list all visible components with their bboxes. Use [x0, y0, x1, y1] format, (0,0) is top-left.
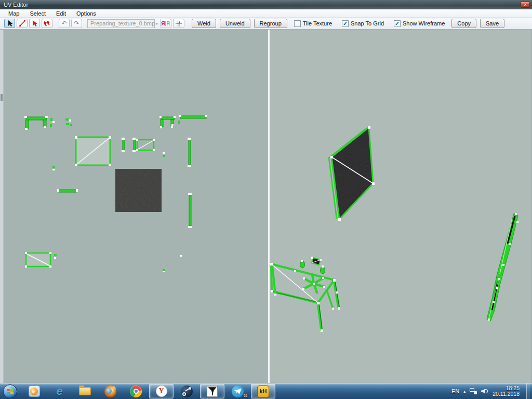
- telegram-badge: 55: [243, 394, 248, 398]
- vertex-tool-icon: [19, 20, 26, 27]
- yandex-browser-icon: Y: [156, 385, 167, 397]
- tool-multi-select-button[interactable]: [42, 19, 52, 28]
- menu-item-edit[interactable]: Edit: [51, 10, 71, 17]
- texture-dropdown-value: Preparing_texture_0.bmp: [90, 20, 155, 26]
- mesh-panel-quad[interactable]: [327, 126, 377, 222]
- checkbox-show-wireframe[interactable]: ✓ Show Wireframe: [394, 20, 445, 27]
- uv-island-bar-long[interactable]: [179, 115, 207, 118]
- system-tray: EN ▴ 18:25 20.11.2018: [451, 383, 532, 399]
- main-area: [0, 30, 532, 383]
- windows-flag-icon: [7, 388, 14, 394]
- uv-island-bracket[interactable]: [159, 116, 180, 128]
- tray-clock[interactable]: 18:25 20.11.2018: [493, 385, 520, 397]
- uv-canvas[interactable]: [24, 115, 207, 272]
- cursor-icon: [6, 20, 14, 27]
- play-icon: ▶: [33, 390, 35, 393]
- firefox-icon: [104, 385, 116, 397]
- menu-item-select[interactable]: Select: [24, 10, 51, 17]
- tool-vertex-button[interactable]: [17, 19, 28, 28]
- show-desktop-button[interactable]: [526, 383, 530, 399]
- taskbar-item-internet-explorer[interactable]: e: [47, 384, 72, 398]
- close-icon: ✕: [524, 3, 527, 7]
- mesh-table[interactable]: [270, 257, 340, 332]
- taskbar-item-media-player[interactable]: ▶: [22, 384, 46, 398]
- uv-island-dots[interactable]: [163, 255, 182, 272]
- network-icon[interactable]: [470, 388, 477, 394]
- taskbar-item-telegram[interactable]: 55: [225, 384, 250, 398]
- chevron-down-icon: ▼: [155, 22, 158, 25]
- undo-icon: ↶: [61, 20, 66, 26]
- window-title: UV Editor: [4, 2, 28, 8]
- toolbar: ↶ ↷ Preparing_texture_0.bmp ▼ Я R R R We…: [0, 18, 532, 30]
- uv-island-small-rect[interactable]: [136, 139, 155, 151]
- tray-date: 20.11.2018: [493, 391, 520, 397]
- checkbox-tile-texture[interactable]: ✓ Tile Texture: [294, 20, 332, 27]
- menu-item-map[interactable]: Map: [3, 10, 24, 17]
- checkbox-box[interactable]: ✓: [394, 20, 401, 27]
- check-icon: ✓: [395, 21, 400, 26]
- save-button[interactable]: Save: [480, 19, 504, 28]
- mirror-vertical-button[interactable]: R R: [173, 19, 184, 28]
- undo-button[interactable]: ↶: [59, 19, 70, 28]
- uv-island-big-rect[interactable]: [75, 136, 111, 166]
- mirror-h-axis: [165, 21, 166, 26]
- uv-island-vbars[interactable]: [122, 138, 136, 152]
- viewport-3d[interactable]: [270, 126, 518, 332]
- redo-icon: ↷: [74, 20, 79, 26]
- checkbox-box[interactable]: ✓: [342, 20, 349, 27]
- internet-explorer-icon: e: [56, 385, 62, 397]
- checkbox-snap-to-grid[interactable]: ✓ Snap To Grid: [342, 20, 384, 27]
- taskbar-item-firefox[interactable]: [98, 384, 123, 398]
- taskbar-item-khed[interactable]: kH: [251, 384, 275, 398]
- taskbar-item-chrome[interactable]: [124, 384, 148, 398]
- khed-icon: kH: [257, 385, 269, 397]
- uv-island-bottom-rect[interactable]: [25, 252, 57, 268]
- taskbar: ▶ e Y: [0, 383, 532, 399]
- copy-button[interactable]: Copy: [451, 19, 476, 28]
- double-arrow-icon: [43, 20, 51, 27]
- uv-island-small-cluster[interactable]: [50, 118, 72, 127]
- menu-item-options[interactable]: Options: [71, 10, 101, 17]
- checkbox-label: Tile Texture: [303, 20, 332, 26]
- folder-icon: [79, 387, 91, 395]
- checkbox-label: Snap To Grid: [351, 20, 384, 26]
- mesh-strip[interactable]: [487, 213, 518, 321]
- telegram-icon: [232, 385, 244, 397]
- mirror-horizontal-button[interactable]: Я R: [160, 19, 171, 28]
- tool-select-button[interactable]: [4, 19, 15, 28]
- uv-editor-window: UV Editor ✕ Map Select Edit Options ↶ ↷ …: [0, 0, 532, 399]
- mirror-h-left-glyph: Я: [161, 21, 165, 26]
- close-button[interactable]: ✕: [521, 2, 530, 8]
- volume-icon[interactable]: [481, 388, 488, 394]
- menu-bar: Map Select Edit Options: [0, 9, 532, 18]
- mirror-v-bottom-glyph: R: [177, 24, 180, 27]
- checkbox-label: Show Wireframe: [403, 20, 445, 26]
- media-player-icon: ▶: [29, 385, 40, 397]
- taskbar-item-yandex[interactable]: Y: [149, 384, 174, 398]
- uv-island-tall-bars[interactable]: [188, 138, 192, 228]
- chrome-icon: [130, 385, 142, 397]
- tray-expand-icon[interactable]: ▴: [463, 389, 466, 394]
- taskbar-item-uv-editor-app[interactable]: [200, 384, 224, 398]
- check-icon: ✓: [343, 21, 348, 26]
- checkbox-box[interactable]: ✓: [294, 20, 301, 27]
- title-bar[interactable]: UV Editor ✕: [0, 0, 532, 9]
- tool-move-button[interactable]: [29, 19, 40, 28]
- redo-button[interactable]: ↷: [71, 19, 82, 28]
- language-indicator[interactable]: EN: [451, 388, 459, 394]
- tornado-app-icon: [207, 386, 218, 397]
- mirror-h-right-glyph: R: [166, 21, 170, 26]
- taskbar-item-steam[interactable]: [175, 384, 199, 398]
- start-button[interactable]: [3, 384, 17, 398]
- uv-island-bar-mid[interactable]: [57, 189, 78, 192]
- uv-island-table[interactable]: [24, 116, 48, 130]
- texture-dropdown[interactable]: Preparing_texture_0.bmp ▼: [87, 19, 155, 28]
- weld-button[interactable]: Weld: [192, 19, 216, 28]
- unweld-button[interactable]: Unweld: [220, 19, 250, 28]
- steam-icon: [181, 385, 193, 397]
- texture-preview[interactable]: [115, 169, 162, 212]
- regroup-button[interactable]: Regroup: [254, 19, 287, 28]
- canvas-overlay: [0, 30, 532, 383]
- red-cursor-icon: [31, 20, 38, 27]
- taskbar-item-file-explorer[interactable]: [73, 384, 97, 398]
